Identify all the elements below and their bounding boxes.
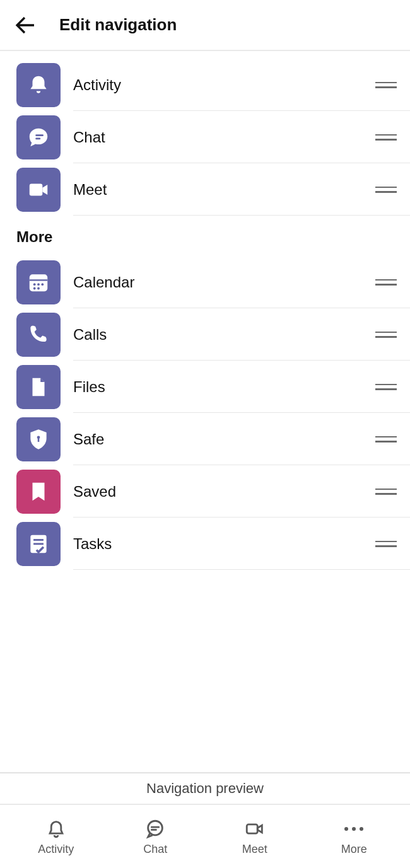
drag-handle-icon[interactable] bbox=[372, 269, 400, 296]
svg-rect-1 bbox=[35, 137, 40, 139]
back-button[interactable] bbox=[9, 9, 40, 41]
calendar-icon bbox=[26, 270, 50, 294]
chat-icon-tile bbox=[16, 115, 61, 159]
svg-rect-2 bbox=[30, 183, 43, 195]
drag-handle-icon[interactable] bbox=[372, 71, 400, 99]
drag-handle-icon[interactable] bbox=[372, 124, 400, 151]
nav-preview-chat[interactable]: Chat bbox=[106, 818, 206, 856]
nav-row-label: Chat bbox=[73, 129, 372, 146]
drag-handle-icon[interactable] bbox=[372, 321, 400, 349]
shield-icon bbox=[26, 427, 50, 451]
video-icon bbox=[26, 178, 50, 202]
drag-handle-icon[interactable] bbox=[372, 373, 400, 401]
svg-rect-0 bbox=[35, 134, 44, 136]
more-icon bbox=[343, 818, 365, 840]
nav-row-label: Files bbox=[73, 378, 372, 396]
bookmark-icon bbox=[26, 480, 50, 504]
files-icon-tile bbox=[16, 365, 61, 409]
svg-point-8 bbox=[33, 287, 36, 289]
svg-point-6 bbox=[37, 283, 40, 286]
nav-row-files[interactable]: Files bbox=[0, 361, 410, 413]
nav-row-meet[interactable]: Meet bbox=[0, 163, 410, 216]
chat-icon bbox=[26, 125, 50, 149]
svg-rect-13 bbox=[33, 539, 44, 541]
nav-row-label: Calendar bbox=[73, 274, 372, 291]
tasks-icon bbox=[26, 532, 50, 556]
activity-icon-tile bbox=[16, 63, 61, 107]
bell-icon bbox=[26, 73, 50, 97]
nav-label: Chat bbox=[143, 843, 167, 856]
drag-handle-icon[interactable] bbox=[372, 478, 400, 506]
chat-icon bbox=[144, 818, 167, 840]
calendar-icon-tile bbox=[16, 260, 61, 304]
svg-point-7 bbox=[41, 283, 44, 286]
nav-row-label: Calls bbox=[73, 326, 372, 344]
saved-icon-tile bbox=[16, 470, 61, 514]
meet-icon-tile bbox=[16, 168, 61, 212]
nav-row-activity[interactable]: Activity bbox=[0, 59, 410, 111]
nav-row-label: Tasks bbox=[73, 535, 372, 553]
svg-rect-4 bbox=[30, 279, 48, 281]
bell-icon bbox=[45, 818, 67, 840]
nav-preview-meet[interactable]: Meet bbox=[205, 818, 305, 856]
video-icon bbox=[243, 818, 266, 840]
file-icon bbox=[26, 375, 50, 399]
nav-row-label: Activity bbox=[73, 76, 372, 94]
svg-point-5 bbox=[33, 283, 36, 286]
nav-row-label: Saved bbox=[73, 483, 372, 501]
nav-row-calls[interactable]: Calls bbox=[0, 308, 410, 361]
tasks-icon-tile bbox=[16, 522, 61, 566]
nav-row-label: Safe bbox=[73, 431, 372, 448]
calls-icon-tile bbox=[16, 313, 61, 357]
nav-items-list: Activity Chat Meet More Calendar bbox=[0, 51, 410, 570]
svg-rect-14 bbox=[33, 543, 44, 545]
svg-point-9 bbox=[37, 287, 40, 289]
nav-label: More bbox=[341, 843, 367, 856]
svg-rect-11 bbox=[38, 438, 40, 442]
nav-label: Meet bbox=[242, 843, 267, 856]
nav-row-safe[interactable]: Safe bbox=[0, 413, 410, 465]
nav-row-saved[interactable]: Saved bbox=[0, 465, 410, 518]
bottom-nav-preview: Activity Chat Meet More bbox=[0, 805, 410, 868]
svg-rect-16 bbox=[247, 824, 257, 833]
section-heading-more: More bbox=[0, 216, 410, 256]
nav-row-label: Meet bbox=[73, 181, 372, 199]
header: Edit navigation bbox=[0, 0, 410, 51]
nav-row-chat[interactable]: Chat bbox=[0, 111, 410, 163]
page-title: Edit navigation bbox=[59, 15, 177, 35]
drag-handle-icon[interactable] bbox=[372, 176, 400, 204]
phone-icon bbox=[26, 323, 50, 347]
nav-label: Activity bbox=[38, 843, 74, 856]
nav-row-tasks[interactable]: Tasks bbox=[0, 518, 410, 570]
nav-row-calendar[interactable]: Calendar bbox=[0, 256, 410, 308]
nav-preview-more[interactable]: More bbox=[305, 818, 404, 856]
drag-handle-icon[interactable] bbox=[372, 425, 400, 453]
drag-handle-icon[interactable] bbox=[372, 530, 400, 558]
safe-icon-tile bbox=[16, 417, 61, 461]
preview-heading: Navigation preview bbox=[0, 772, 410, 805]
nav-preview-activity[interactable]: Activity bbox=[6, 818, 106, 856]
